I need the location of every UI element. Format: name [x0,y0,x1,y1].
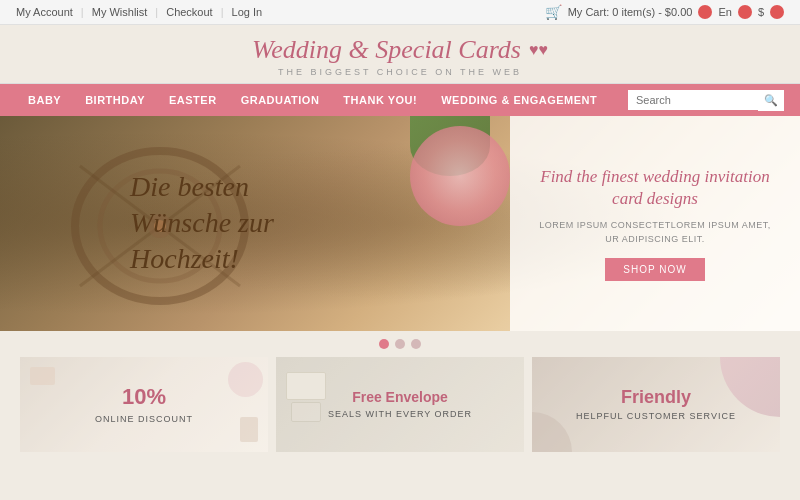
login-link[interactable]: Log In [232,6,263,18]
cart-alert-icon [698,5,712,19]
checkout-link[interactable]: Checkout [166,6,212,18]
card2-content: Free Envelope SEALS WITH EVERY ORDER [276,357,524,452]
logo-title[interactable]: Wedding & Special Cards [252,35,521,65]
hero-overlay-title: Find the finest wedding invitationcard d… [540,166,769,210]
feature-cards: 10% ONLINE DISCOUNT Free Envelope SEALS … [0,357,800,452]
currency-icon [770,5,784,19]
lang-icon [738,5,752,19]
logo-area: Wedding & Special Cards ♥♥ THE BIGGEST C… [0,25,800,84]
nav-item-wedding[interactable]: WEDDING & ENGAGEMENT [429,84,609,116]
card1-title: 10% [122,385,166,409]
my-wishlist-link[interactable]: My Wishlist [92,6,148,18]
currency-text[interactable]: $ [758,6,764,18]
card3-title: Friendly [621,388,691,408]
nav-item-graduation[interactable]: GRADUATION [229,84,332,116]
hero-overlay: Find the finest wedding invitationcard d… [510,116,800,331]
nav-item-birthday[interactable]: BIRTHDAY [73,84,157,116]
feature-card-discount: 10% ONLINE DISCOUNT [20,357,268,452]
card1-content: 10% ONLINE DISCOUNT [20,357,268,452]
top-bar: My Account | My Wishlist | Checkout | Lo… [0,0,800,25]
search-area: 🔍 [628,90,784,111]
card3-content: Friendly HELPFUL CUSTOMER SERVICE [532,357,780,452]
hero-banner: Die besten Wünsche zur Hochzeit! Find th… [0,116,800,331]
hero-dots [0,331,800,357]
hero-main-text: Die besten Wünsche zur Hochzeit! [130,169,274,278]
nav-item-baby[interactable]: BABY [16,84,73,116]
feature-card-envelope: Free Envelope SEALS WITH EVERY ORDER [276,357,524,452]
nav-item-thankyou[interactable]: THANK YOU! [331,84,429,116]
top-bar-links: My Account | My Wishlist | Checkout | Lo… [16,6,262,18]
dot-3[interactable] [411,339,421,349]
cart-icon: 🛒 [545,4,562,20]
nav-bar: BABY BIRTHDAY EASTER GRADUATION THANK YO… [0,84,800,116]
search-button[interactable]: 🔍 [758,90,784,111]
hero-overlay-body: LOREM IPSUM CONSECTETLOREM IPSUM AMET,UR… [539,218,771,247]
logo-hearts-icon: ♥♥ [529,41,548,59]
nav-items: BABY BIRTHDAY EASTER GRADUATION THANK YO… [16,84,628,116]
dot-1[interactable] [379,339,389,349]
dot-2[interactable] [395,339,405,349]
search-input[interactable] [628,90,758,110]
logo-subtitle: THE BIGGEST CHOICE ON THE WEB [0,67,800,77]
feature-card-service: Friendly HELPFUL CUSTOMER SERVICE [532,357,780,452]
rose-decoration [410,126,510,226]
top-bar-right: 🛒 My Cart: 0 item(s) - $0.00 En $ [545,4,784,20]
card2-title: Free Envelope [352,390,448,405]
cart-text: My Cart: 0 item(s) - $0.00 [568,6,693,18]
card1-subtitle: ONLINE DISCOUNT [95,414,193,424]
card3-subtitle: HELPFUL CUSTOMER SERVICE [576,411,736,421]
card2-subtitle: SEALS WITH EVERY ORDER [328,409,472,419]
shop-now-button[interactable]: SHOP NOW [605,258,704,281]
nav-item-easter[interactable]: EASTER [157,84,229,116]
my-account-link[interactable]: My Account [16,6,73,18]
lang-text[interactable]: En [718,6,731,18]
